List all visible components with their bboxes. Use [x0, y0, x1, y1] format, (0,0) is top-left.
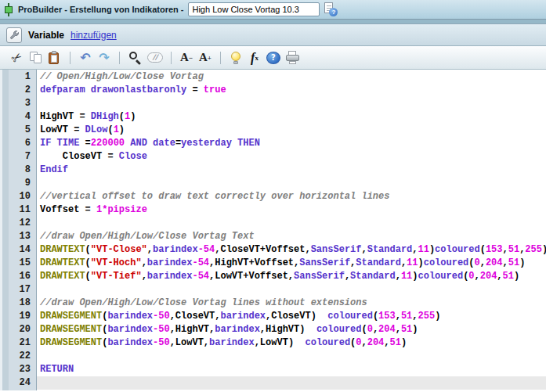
code-token-num: true: [204, 85, 226, 95]
code-line[interactable]: 8Endif: [0, 164, 546, 177]
code-token-kw: barindex: [220, 311, 266, 322]
line-number: 24: [0, 376, 37, 390]
code-line[interactable]: 17: [0, 283, 546, 297]
code-line[interactable]: 22: [0, 350, 546, 363]
code-token-num: 11: [401, 271, 412, 282]
line-number: 15: [0, 257, 37, 270]
code-line[interactable]: 10//vertical offset to draw text correct…: [0, 190, 546, 203]
code-line[interactable]: 18//draw Open/High/Low/Close Vortag line…: [0, 297, 546, 310]
code-token-pl: (: [85, 244, 91, 255]
code-token-pl: [85, 85, 91, 95]
code-token-fn: DRAWSEGMENT: [40, 324, 102, 335]
code-token-num: 51: [508, 257, 519, 268]
code-line[interactable]: 6IF TIME =220000 AND date=yesterday THEN: [0, 137, 546, 150]
code-token-str: "VT-Hoch": [91, 257, 142, 268]
code-token-fn: DRAWTEXT: [40, 257, 85, 268]
hint-bulb-icon[interactable]: [229, 51, 243, 65]
code-token-num: 51: [401, 311, 412, 322]
code-token-pl: HighVT =: [40, 111, 91, 122]
help-icon[interactable]: ?: [266, 52, 280, 64]
code-line[interactable]: 1// Open/High/Low/Close Vortag: [0, 70, 546, 84]
print-icon[interactable]: [285, 51, 300, 64]
code-line[interactable]: 16DRAWTEXT("VT-Tief",barindex-54,LowVT+V…: [0, 270, 546, 283]
insert-function-icon[interactable]: fx: [248, 49, 262, 67]
comment-icon[interactable]: //: [147, 49, 163, 67]
code-token-num: 0: [475, 257, 480, 268]
code-line[interactable]: 13//draw Open/High/Low/Close Vortag Text: [0, 230, 546, 243]
code-token-pl: [232, 138, 237, 149]
code-token-num: 1: [114, 124, 119, 135]
code-token-str: "VT-Close": [91, 244, 147, 255]
search-icon[interactable]: [128, 50, 143, 65]
line-number: 14: [0, 243, 37, 257]
code-token-num: 153: [378, 311, 396, 322]
indicator-name-input[interactable]: [188, 2, 320, 16]
code-token-kw: coloured: [327, 311, 373, 322]
code-token-pl: ,: [401, 257, 407, 268]
code-token-pl: ,: [475, 271, 480, 282]
code-line[interactable]: 14DRAWTEXT("VT-Close",barindex-54,CloseV…: [0, 243, 546, 257]
code-line[interactable]: 15DRAWTEXT("VT-Hoch",barindex-54,HighVT+…: [0, 257, 546, 270]
font-decrease-icon[interactable]: A−: [179, 49, 193, 67]
code-token-pl: ,: [142, 271, 147, 282]
code-line[interactable]: 2defparam drawonlastbaronly = true: [0, 84, 546, 97]
editor-toolbar: ✂↶↷//A−A+fx?: [0, 46, 546, 70]
code-text: IF TIME =220000 AND date=yesterday THEN: [37, 137, 546, 150]
code-text: DRAWSEGMENT(barindex-50,LowVT,barindex,L…: [37, 336, 546, 350]
paste-icon[interactable]: [48, 51, 62, 65]
code-token-pl: CloseVT =: [40, 151, 119, 162]
font-increase-icon[interactable]: A+: [198, 49, 212, 67]
code-token-pl: ,HighVT,: [170, 324, 215, 335]
code-line[interactable]: 24: [0, 376, 546, 390]
help-document-icon[interactable]: ?: [324, 2, 338, 16]
candlestick-icon: [4, 3, 13, 16]
code-token-pl: ,HighVT): [260, 324, 316, 335]
code-line[interactable]: 23RETURN: [0, 363, 546, 376]
code-token-pl: ): [130, 111, 136, 122]
toolbar-separator: [70, 52, 71, 64]
code-token-num: 255: [418, 311, 436, 322]
code-token-num: 204: [486, 257, 503, 268]
code-text: defparam drawonlastbaronly = true: [37, 84, 546, 97]
code-line[interactable]: 20DRAWSEGMENT(barindex-50,HighVT,barinde…: [0, 323, 546, 336]
line-number: 2: [0, 84, 37, 97]
code-token-num: 51: [503, 271, 514, 282]
code-text: Voffset = 1*pipsize: [37, 203, 546, 217]
code-line[interactable]: 12: [0, 217, 546, 230]
code-token-pl: (: [468, 257, 474, 268]
wrench-icon[interactable]: [6, 27, 22, 43]
code-line[interactable]: 4HighVT = DHigh(1): [0, 110, 546, 124]
code-text: DRAWTEXT("VT-Hoch",barindex-54,HighVT+Vo…: [37, 257, 546, 270]
code-line[interactable]: 11Voffset = 1*pipsize: [0, 203, 546, 217]
code-line[interactable]: 19DRAWSEGMENT(barindex-50,CloseVT,barind…: [0, 310, 546, 323]
code-token-num: -50: [153, 311, 170, 322]
code-line[interactable]: 21DRAWSEGMENT(barindex-50,LowVT,barindex…: [0, 336, 546, 350]
code-text: //vertical offset to draw text correctly…: [37, 190, 546, 203]
code-token-kw: TIME: [57, 138, 80, 149]
code-text: DRAWTEXT("VT-Tief",barindex-54,LowVT+Vof…: [37, 270, 546, 283]
code-line[interactable]: 5LowVT = DLow(1): [0, 124, 546, 137]
code-token-str: "VT-Tief": [91, 271, 142, 282]
code-line[interactable]: 3: [0, 97, 546, 110]
line-number: 5: [0, 124, 37, 137]
line-number: 9: [0, 177, 37, 190]
code-token-num: -50: [153, 337, 170, 348]
code-line[interactable]: 9: [0, 177, 546, 190]
code-token-pl: [147, 138, 153, 149]
code-token-pl: ,LowVT,: [170, 337, 209, 348]
code-token-com: // Open/High/Low/Close Vortag: [40, 71, 204, 82]
code-token-pl: ,CloseVT,: [170, 311, 221, 322]
window-title: ProBuilder - Erstellung von Indikatoren …: [18, 5, 183, 14]
code-token-num: 0: [468, 271, 474, 282]
code-editor[interactable]: 1// Open/High/Low/Close Vortag2defparam …: [0, 70, 546, 390]
code-line[interactable]: 7 CloseVT = Close: [0, 150, 546, 164]
code-token-num: 1*pipsize: [96, 204, 147, 215]
add-variable-link[interactable]: hinzufügen: [71, 30, 117, 41]
redo-icon[interactable]: ↷: [97, 49, 111, 67]
code-token-pl: ,: [412, 311, 418, 322]
undo-icon[interactable]: ↶: [78, 49, 92, 67]
line-number: 1: [0, 70, 37, 84]
cut-icon[interactable]: ✂: [10, 49, 24, 67]
copy-icon[interactable]: [29, 51, 43, 64]
code-token-pl: ): [412, 324, 418, 335]
